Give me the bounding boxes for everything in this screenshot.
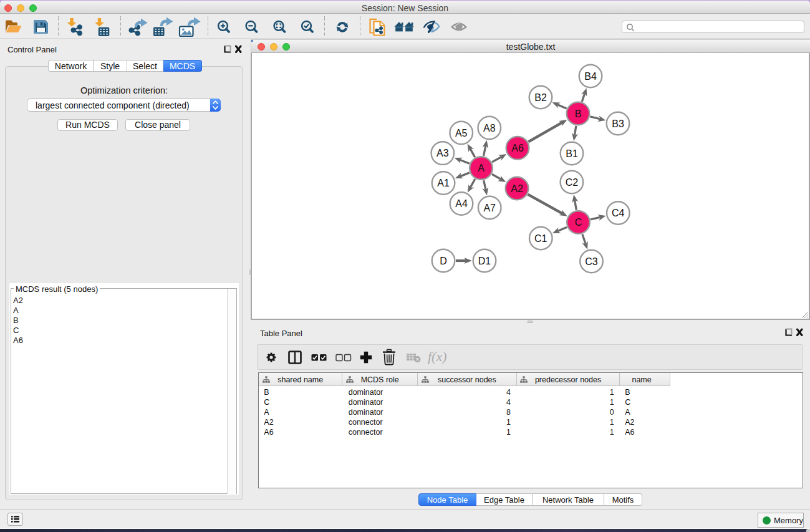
svg-text:f(x): f(x) [428,349,447,364]
svg-text:A8: A8 [483,123,496,133]
svg-text:C4: C4 [612,208,625,218]
svg-text:A2: A2 [511,183,523,194]
svg-text:A5: A5 [455,128,468,138]
svg-text:A1: A1 [437,178,450,188]
svg-text:C2: C2 [566,177,579,188]
svg-text:B: B [575,109,582,119]
svg-text:D: D [440,256,447,266]
svg-text:A: A [478,163,485,173]
svg-text:C3: C3 [585,256,598,267]
svg-text:A6: A6 [511,143,524,153]
svg-text:A7: A7 [483,203,496,213]
svg-text:B1: B1 [566,148,578,159]
svg-text:A3: A3 [436,148,449,158]
svg-text:B3: B3 [612,118,624,129]
svg-text:D1: D1 [478,256,491,266]
svg-text:B4: B4 [584,71,597,82]
svg-text:C1: C1 [534,233,547,244]
svg-text:C: C [575,217,582,228]
svg-text:A4: A4 [455,198,468,209]
svg-text:B2: B2 [534,92,547,103]
